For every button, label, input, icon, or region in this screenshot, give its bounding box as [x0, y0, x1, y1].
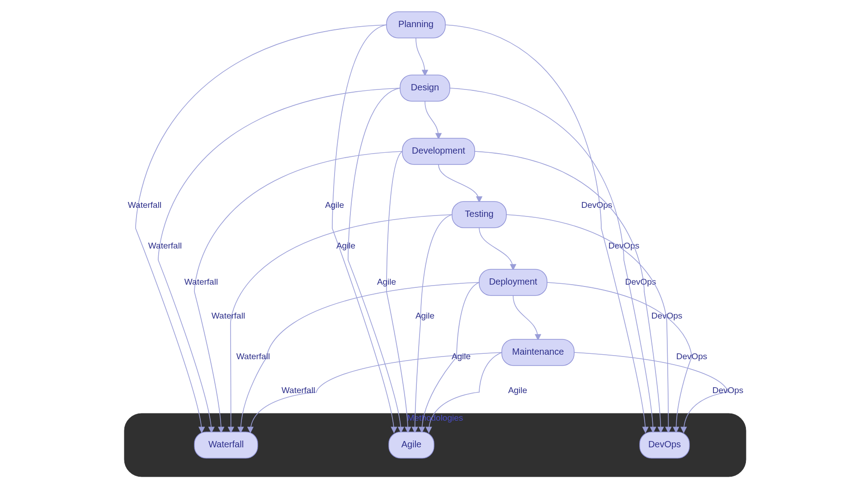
- node-deployment: Deployment: [479, 269, 547, 296]
- edge-design-waterfall: [158, 88, 400, 432]
- node-testing-label: Testing: [465, 209, 493, 219]
- node-maintenance: Maintenance: [502, 339, 574, 366]
- flowchart-diagram: MethodologiesWaterfallWaterfallWaterfall…: [0, 0, 868, 488]
- edge-planning-devops: [445, 25, 646, 432]
- edge-testing-agile: [415, 215, 452, 432]
- edge-label-development-agile: Agile: [377, 277, 396, 286]
- node-waterfall-label: Waterfall: [208, 439, 244, 449]
- node-development-label: Development: [412, 145, 465, 155]
- node-maintenance-label: Maintenance: [512, 347, 564, 357]
- node-planning-label: Planning: [398, 19, 434, 29]
- edge-label-deployment-waterfall: Waterfall: [236, 352, 270, 361]
- edge-label-deployment-devops: DevOps: [676, 352, 708, 361]
- edge-label-testing-waterfall: Waterfall: [212, 311, 245, 320]
- edge-testing-deployment: [479, 228, 513, 269]
- node-waterfall: Waterfall: [194, 432, 258, 458]
- edge-testing-devops: [506, 215, 668, 432]
- edge-label-planning-waterfall: Waterfall: [128, 200, 161, 210]
- node-devops: DevOps: [640, 432, 689, 458]
- edge-label-deployment-agile: Agile: [452, 352, 471, 361]
- node-agile-label: Agile: [401, 439, 421, 449]
- node-agile: Agile: [389, 432, 434, 458]
- edge-deployment-maintenance: [513, 296, 538, 339]
- edge-label-design-agile: Agile: [336, 241, 355, 250]
- edge-label-testing-agile: Agile: [415, 311, 434, 320]
- node-testing: Testing: [452, 202, 506, 228]
- edge-planning-agile: [332, 25, 394, 432]
- edge-development-testing: [439, 164, 479, 202]
- edge-design-agile: [348, 88, 401, 432]
- node-design: Design: [400, 75, 450, 101]
- edge-planning-design: [416, 38, 425, 75]
- node-development: Development: [402, 138, 475, 164]
- edge-label-maintenance-waterfall: Waterfall: [282, 385, 315, 395]
- node-design-label: Design: [411, 82, 439, 92]
- node-devops-label: DevOps: [648, 439, 681, 449]
- edge-label-maintenance-agile: Agile: [508, 385, 527, 395]
- edge-design-development: [425, 101, 439, 138]
- edge-label-planning-agile: Agile: [325, 200, 344, 210]
- node-deployment-label: Deployment: [489, 277, 538, 286]
- edge-label-testing-devops: DevOps: [651, 311, 683, 320]
- edge-label-maintenance-devops: DevOps: [712, 385, 744, 395]
- edge-design-devops: [450, 88, 653, 432]
- edge-development-agile: [387, 151, 408, 432]
- node-planning: Planning: [387, 12, 445, 38]
- subgraph-label: Methodologies: [407, 413, 463, 422]
- edge-deployment-waterfall: [241, 282, 479, 432]
- edge-label-development-waterfall: Waterfall: [184, 277, 218, 286]
- edge-label-design-waterfall: Waterfall: [148, 241, 182, 250]
